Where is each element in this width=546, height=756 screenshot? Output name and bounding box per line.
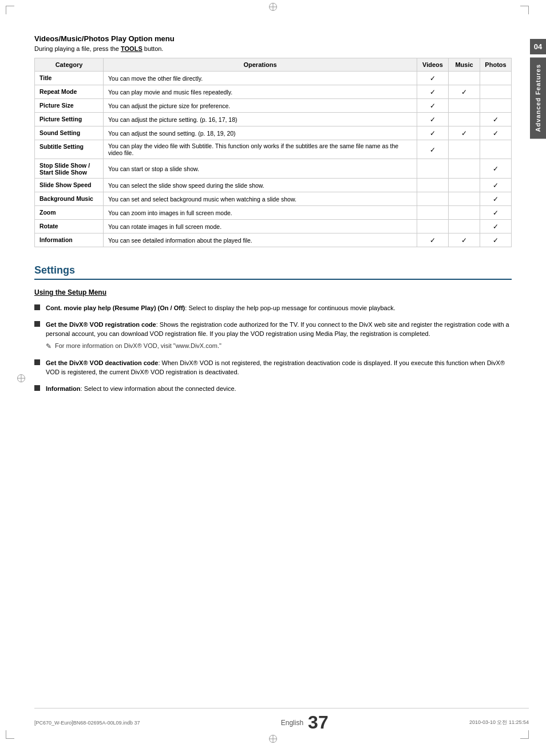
footer-center-circle: [269, 735, 277, 743]
table-row: Picture SizeYou can adjust the picture s…: [35, 99, 512, 113]
table-cell-music: [449, 72, 480, 85]
checkmark-icon: ✓: [461, 88, 467, 96]
table-cell-photos: ✓: [480, 233, 512, 247]
bullet-content: Get the DivX® VOD registration code: Sho…: [46, 320, 512, 351]
table-cell-operation: You can see detailed information about t…: [104, 233, 417, 247]
list-item: Get the DivX® VOD deactivation code: Whe…: [34, 358, 512, 377]
col-header-category: Category: [35, 58, 104, 72]
corner-decoration-tl: [6, 6, 14, 14]
checkmark-icon: ✓: [493, 209, 498, 217]
table-cell-operation: You can zoom into images in full screen …: [104, 206, 417, 220]
tools-keyword: TOOLS: [121, 45, 143, 52]
table-cell-operation: You can play the video file with Subtitl…: [104, 140, 417, 159]
table-cell-category: Rotate: [35, 220, 104, 233]
note-text: For more information on DivX® VOD, visit…: [55, 341, 221, 351]
table-cell-music: ✓: [449, 126, 480, 140]
table-cell-category: Slide Show Speed: [35, 179, 104, 192]
table-cell-photos: ✓: [480, 179, 512, 192]
checkmark-icon: ✓: [493, 165, 498, 173]
center-circle-top: [269, 3, 277, 11]
footer: [PC670_W-Euro]BN68-02695A-00L09.indb 37 …: [34, 708, 529, 733]
bullet-content: Information: Select to view information …: [46, 384, 512, 394]
table-row: Sound SettingYou can adjust the sound se…: [35, 126, 512, 140]
table-cell-videos: [417, 192, 449, 206]
col-header-videos: Videos: [417, 58, 449, 72]
table-cell-music: [449, 113, 480, 126]
table-row: Subtitle SettingYou can play the video f…: [35, 140, 512, 159]
table-cell-photos: ✓: [480, 206, 512, 220]
col-header-operations: Operations: [104, 58, 417, 72]
bullet-text: Information: Select to view information …: [46, 385, 236, 392]
checkmark-icon: ✓: [493, 129, 498, 137]
table-row: Repeat ModeYou can play movie and music …: [35, 85, 512, 99]
table-cell-photos: [480, 72, 512, 85]
table-cell-category: Background Music: [35, 192, 104, 206]
table-cell-category: Zoom: [35, 206, 104, 220]
table-cell-videos: [417, 159, 449, 179]
table-cell-category: Picture Size: [35, 99, 104, 113]
bullet-icon: [34, 385, 40, 391]
checkmark-icon: ✓: [430, 146, 436, 154]
table-cell-music: [449, 220, 480, 233]
corner-decoration-tr: [520, 6, 529, 14]
footer-right-date: 2010-03-10 오전 11:25:54: [469, 719, 529, 726]
table-cell-operation: You can move the other file directly.: [104, 72, 417, 85]
bullet-term: Get the DivX® VOD deactivation code: [46, 359, 158, 366]
table-cell-videos: [417, 206, 449, 220]
bullet-content: Get the DivX® VOD deactivation code: Whe…: [46, 358, 512, 377]
table-cell-category: Repeat Mode: [35, 85, 104, 99]
table-row: Background MusicYou can set and select b…: [35, 192, 512, 206]
section1-subtitle: During playing a file, press the TOOLS b…: [34, 45, 512, 52]
bullet-description: Select to display the help pop-up messag…: [188, 304, 395, 311]
table-cell-operation: You can adjust the picture setting. (p. …: [104, 113, 417, 126]
list-item: Information: Select to view information …: [34, 384, 512, 394]
table-cell-music: [449, 159, 480, 179]
table-cell-operation: You can set and select background music …: [104, 192, 417, 206]
settings-subtitle: Using the Setup Menu: [34, 288, 512, 296]
table-cell-videos: ✓: [417, 99, 449, 113]
bullet-icon: [34, 359, 40, 365]
table-cell-music: [449, 206, 480, 220]
chapter-number: 04: [530, 39, 546, 54]
chapter-label: Advanced Features: [530, 57, 546, 138]
main-content: Videos/Music/Photos Play Option menu Dur…: [34, 23, 512, 393]
table-cell-operation: You can select the slide show speed duri…: [104, 179, 417, 192]
table-cell-videos: ✓: [417, 113, 449, 126]
page-number: 37: [308, 712, 329, 733]
table-cell-videos: ✓: [417, 72, 449, 85]
table-cell-videos: ✓: [417, 85, 449, 99]
checkmark-icon: ✓: [430, 88, 436, 96]
table-cell-photos: ✓: [480, 192, 512, 206]
subtitle-prefix: During playing a file, press the: [34, 45, 121, 52]
bullet-term: Information: [46, 385, 81, 392]
circle-left: [17, 374, 25, 382]
table-cell-category: Information: [35, 233, 104, 247]
checkmark-icon: ✓: [430, 74, 436, 82]
table-cell-category: Sound Setting: [35, 126, 104, 140]
bullet-term: Get the DivX® VOD registration code: [46, 321, 156, 328]
table-cell-photos: [480, 140, 512, 159]
table-row: InformationYou can see detailed informat…: [35, 233, 512, 247]
bullet-term: Cont. movie play help (Resume Play) (On …: [46, 304, 185, 311]
table-cell-videos: [417, 179, 449, 192]
table-cell-operation: You can start or stop a slide show.: [104, 159, 417, 179]
table-cell-videos: ✓: [417, 233, 449, 247]
col-header-photos: Photos: [480, 58, 512, 72]
table-cell-category: Title: [35, 72, 104, 85]
checkmark-icon: ✓: [461, 236, 467, 244]
table-cell-videos: [417, 220, 449, 233]
checkmark-icon: ✓: [430, 116, 436, 124]
table-cell-videos: ✓: [417, 126, 449, 140]
table-cell-music: ✓: [449, 85, 480, 99]
table-cell-category: Picture Setting: [35, 113, 104, 126]
table-cell-operation: You can rotate images in full screen mod…: [104, 220, 417, 233]
list-item: Get the DivX® VOD registration code: Sho…: [34, 320, 512, 351]
table-cell-operation: You can adjust the sound setting. (p. 18…: [104, 126, 417, 140]
table-cell-music: [449, 140, 480, 159]
checkmark-icon: ✓: [430, 236, 436, 244]
checkmark-icon: ✓: [430, 102, 436, 110]
checkmark-icon: ✓: [493, 181, 498, 189]
table-cell-photos: [480, 99, 512, 113]
bullet-description: Select to view information about the con…: [84, 385, 236, 392]
list-item: Cont. movie play help (Resume Play) (On …: [34, 303, 512, 313]
